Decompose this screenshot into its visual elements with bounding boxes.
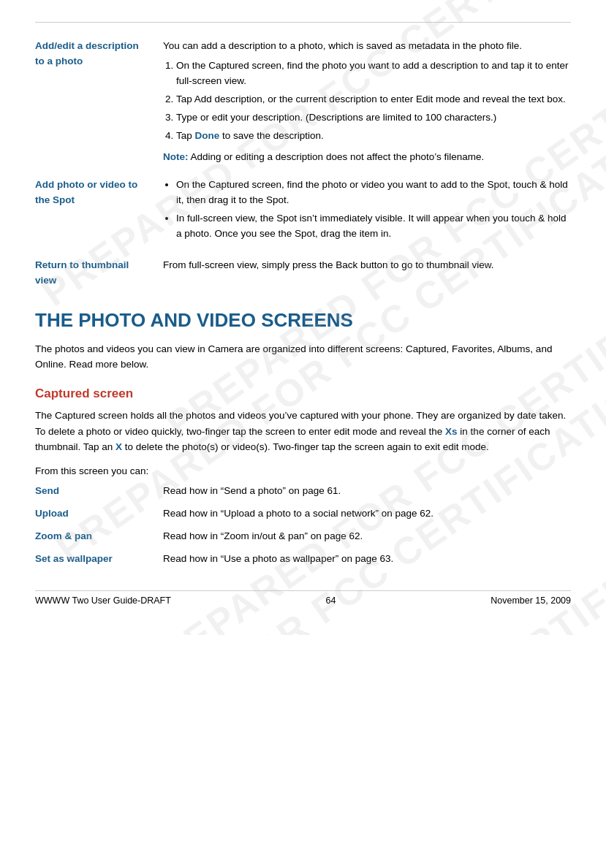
page-content: PREPARED FOR FCC CERTIFICATION PREPARED … <box>0 0 606 635</box>
desc-send: Read how in “Send a photo” on page 61. <box>163 484 571 499</box>
add-edit-steps: On the Captured screen, find the photo y… <box>176 58 571 144</box>
step-2: Tap Add description, or the current desc… <box>176 92 571 107</box>
term-zoom: Zoom & pan <box>35 529 163 544</box>
top-border <box>35 22 571 23</box>
desc-upload: Read how in “Upload a photo to a social … <box>163 506 571 522</box>
table-row-zoom: Zoom & pan Read how in “Zoom in/out & pa… <box>35 529 571 544</box>
step-3: Type or edit your description. (Descript… <box>176 110 571 126</box>
footer-left: WWWW Two User Guide-DRAFT <box>35 595 171 606</box>
add-photo-bullets: On the Captured screen, find the photo o… <box>176 178 571 242</box>
desc-zoom: Read how in “Zoom in/out & pan” on page … <box>163 529 571 544</box>
desc-add-edit: You can add a description to a photo, wh… <box>163 39 571 164</box>
footer-right: November 15, 2009 <box>491 595 571 606</box>
step-4: Tap Done to save the description. <box>176 129 571 144</box>
note-block: Note: Adding or editing a description do… <box>163 150 571 165</box>
captured-body: The Captured screen holds all the photos… <box>35 408 571 455</box>
desc-return: From full-screen view, simply press the … <box>163 258 571 289</box>
term-send: Send <box>35 484 163 499</box>
term-return: Return to thumbnail view <box>35 258 163 289</box>
desc-add-photo: On the Captured screen, find the photo o… <box>163 178 571 245</box>
captured-heading: Captured screen <box>35 386 571 402</box>
from-screen-label: From this screen you can: <box>35 465 571 476</box>
def-row-add-photo: Add photo or video to the Spot On the Ca… <box>35 178 571 245</box>
table-rows-container: Send Read how in “Send a photo” on page … <box>35 484 571 567</box>
photo-video-intro: The photos and videos you can view in Ca… <box>35 342 571 373</box>
photo-video-heading: THE PHOTO AND VIDEO SCREENS <box>35 309 571 332</box>
bullet-2: In full-screen view, the Spot isn’t imme… <box>176 211 571 242</box>
xs-label: Xs <box>445 426 458 437</box>
footer: WWWW Two User Guide-DRAFT 64 November 15… <box>35 590 571 606</box>
captured-body-3: to delete the photo(s) or video(s). Two-… <box>122 441 489 452</box>
step-1: On the Captured screen, find the photo y… <box>176 58 571 89</box>
term-upload: Upload <box>35 506 163 522</box>
footer-center: 64 <box>326 595 336 606</box>
x-label: X <box>115 441 122 452</box>
table-row-send: Send Read how in “Send a photo” on page … <box>35 484 571 499</box>
done-link: Done <box>195 130 220 141</box>
def-row-add-edit: Add/edit a description to a photo You ca… <box>35 39 571 164</box>
term-wallpaper: Set as wallpaper <box>35 552 163 567</box>
note-text: Adding or editing a description does not… <box>191 151 485 162</box>
table-row-wallpaper: Set as wallpaper Read how in “Use a phot… <box>35 552 571 567</box>
bullet-1: On the Captured screen, find the photo o… <box>176 178 571 208</box>
desc-wallpaper: Read how in “Use a photo as wallpaper” o… <box>163 552 571 567</box>
def-row-return: Return to thumbnail view From full-scree… <box>35 258 571 289</box>
add-edit-intro: You can add a description to a photo, wh… <box>163 39 571 54</box>
note-label: Note: <box>163 151 189 162</box>
table-row-upload: Upload Read how in “Upload a photo to a … <box>35 506 571 522</box>
term-add-photo: Add photo or video to the Spot <box>35 178 163 245</box>
term-add-edit: Add/edit a description to a photo <box>35 39 163 164</box>
